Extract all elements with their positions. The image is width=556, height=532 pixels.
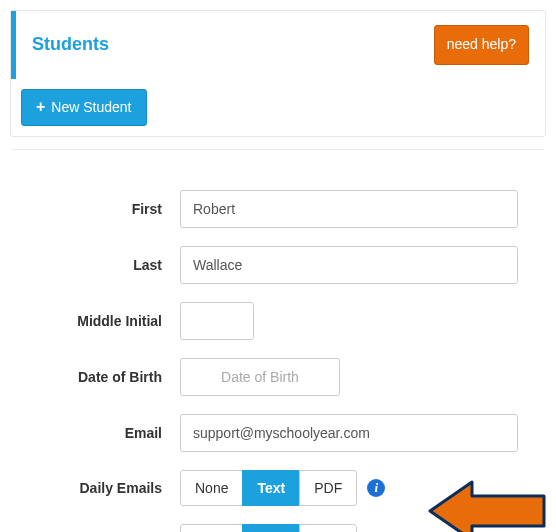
daily-option-none[interactable]: None [180,470,243,506]
info-icon[interactable]: i [367,479,385,497]
weekly-option-pdf[interactable]: PDF [299,524,357,532]
daily-emails-controls: None Text PDF i [180,470,385,506]
daily-option-text[interactable]: Text [242,470,300,506]
label-middle: Middle Initial [10,313,180,329]
row-email: Email [10,414,546,452]
row-first: First [10,190,546,228]
svg-marker-0 [430,482,544,532]
weekly-emails-toggle: None Text PDF [180,524,357,532]
new-student-label: New Student [51,98,131,118]
daily-option-pdf[interactable]: PDF [299,470,357,506]
label-dob: Date of Birth [10,369,180,385]
row-middle: Middle Initial [10,302,546,340]
email-input[interactable] [180,414,518,452]
weekly-option-none[interactable]: None [180,524,243,532]
panel-body: + New Student [11,79,545,137]
last-name-input[interactable] [180,246,518,284]
weekly-emails-controls: None Text PDF i [180,524,385,532]
date-of-birth-input[interactable] [180,358,340,396]
students-panel: Students need help? + New Student [10,10,546,137]
need-help-button[interactable]: need help? [434,25,529,65]
first-name-input[interactable] [180,190,518,228]
row-last: Last [10,246,546,284]
label-last: Last [10,257,180,273]
new-student-button[interactable]: + New Student [21,89,147,127]
plus-icon: + [36,100,45,114]
daily-emails-toggle: None Text PDF [180,470,357,506]
row-dob: Date of Birth [10,358,546,396]
label-first: First [10,201,180,217]
annotation-arrow-icon [428,478,548,532]
panel-header: Students need help? [11,11,545,79]
student-form: First Last Middle Initial Date of Birth … [10,190,546,532]
page-title: Students [32,34,109,55]
divider [12,149,544,150]
label-email: Email [10,425,180,441]
weekly-option-text[interactable]: Text [242,524,300,532]
label-daily: Daily Emails [10,480,180,496]
middle-initial-input[interactable] [180,302,254,340]
